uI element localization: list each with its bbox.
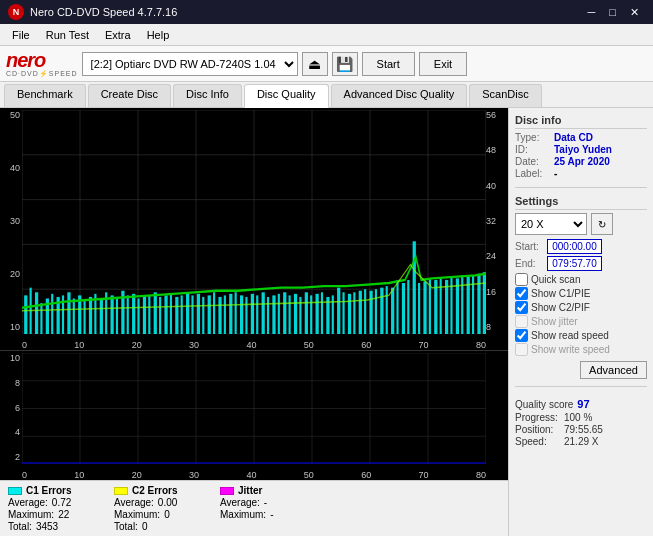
x2-70: 70: [419, 470, 429, 480]
c1-avg-value: 0.72: [52, 497, 71, 508]
start-button[interactable]: Start: [362, 52, 415, 76]
menu-help[interactable]: Help: [139, 27, 178, 43]
svg-rect-52: [218, 297, 221, 334]
stats-row: C1 Errors Average: 0.72 Maximum: 22 Tota…: [0, 480, 508, 536]
svg-rect-66: [294, 294, 297, 334]
speed-select[interactable]: Maximum1 X2 X4 X8 X16 X20 X24 X32 X40 X4…: [515, 213, 587, 235]
show-c2pif-row: Show C2/PIF: [515, 301, 647, 314]
tab-scan-disc[interactable]: ScanDisc: [469, 84, 541, 107]
svg-rect-51: [213, 292, 215, 334]
y2-label-2: 2: [0, 452, 22, 462]
jitter-legend-label: Jitter: [238, 485, 262, 496]
y1-label-20: 20: [0, 269, 22, 279]
tab-disc-quality[interactable]: Disc Quality: [244, 84, 329, 108]
quality-score-value: 97: [577, 398, 589, 410]
date-label: Date:: [515, 156, 550, 167]
maximize-button[interactable]: □: [603, 4, 622, 21]
y1r-label-48: 48: [486, 145, 508, 155]
svg-rect-58: [251, 294, 254, 334]
svg-rect-36: [132, 294, 135, 334]
toolbar: nero CD·DVD⚡SPEED [2:2] Optiarc DVD RW A…: [0, 46, 653, 82]
x2-50: 50: [304, 470, 314, 480]
position-label: Position:: [515, 424, 560, 435]
quick-scan-label: Quick scan: [531, 274, 580, 285]
c1-total-value: 3453: [36, 521, 58, 532]
quality-score-row: Quality score 97: [515, 398, 647, 410]
position-row: Position: 79:55.65: [515, 424, 647, 435]
svg-rect-45: [181, 295, 183, 334]
svg-rect-85: [396, 280, 398, 334]
quick-scan-checkbox[interactable]: [515, 273, 528, 286]
c1-chart: 50 40 30 20 10 56 48 40 32 24 16 8: [0, 108, 508, 350]
show-c2pif-checkbox[interactable]: [515, 301, 528, 314]
eject-button[interactable]: ⏏: [302, 52, 328, 76]
x1-40: 40: [246, 340, 256, 350]
advanced-button[interactable]: Advanced: [580, 361, 647, 379]
disc-info-title: Disc info: [515, 114, 647, 129]
type-label: Type:: [515, 132, 550, 143]
svg-rect-47: [191, 295, 193, 334]
show-write-speed-checkbox[interactable]: [515, 343, 528, 356]
svg-rect-61: [267, 297, 269, 334]
show-read-speed-checkbox[interactable]: [515, 329, 528, 342]
c2-max-label: Maximum:: [114, 509, 160, 520]
x1-80: 80: [476, 340, 486, 350]
close-button[interactable]: ✕: [624, 4, 645, 21]
c1-legend-label: C1 Errors: [26, 485, 72, 496]
show-jitter-checkbox[interactable]: [515, 315, 528, 328]
menu-extra[interactable]: Extra: [97, 27, 139, 43]
y1r-label-40: 40: [486, 181, 508, 191]
c2-legend-color: [114, 487, 128, 495]
jitter-legend-color: [220, 487, 234, 495]
y2-label-4: 4: [0, 427, 22, 437]
minimize-button[interactable]: ─: [582, 4, 602, 21]
x1-50: 50: [304, 340, 314, 350]
svg-rect-50: [208, 295, 211, 334]
c2-avg-label: Average:: [114, 497, 154, 508]
svg-rect-64: [283, 292, 286, 334]
c2-chart-svg: [22, 353, 486, 464]
x2-20: 20: [132, 470, 142, 480]
svg-rect-62: [272, 295, 275, 334]
jitter-avg-value: -: [264, 497, 267, 508]
tab-create-disc[interactable]: Create Disc: [88, 84, 171, 107]
svg-rect-97: [461, 275, 463, 334]
position-value: 79:55.65: [564, 424, 603, 435]
show-c1pie-checkbox[interactable]: [515, 287, 528, 300]
title-bar-controls: ─ □ ✕: [582, 4, 645, 21]
c2-avg-value: 0.00: [158, 497, 177, 508]
y2-label-10: 10: [0, 353, 22, 363]
y1r-label-56: 56: [486, 110, 508, 120]
title-bar-text: Nero CD-DVD Speed 4.7.7.16: [30, 6, 177, 18]
svg-rect-94: [445, 280, 448, 334]
nero-tagline: CD·DVD⚡SPEED: [6, 70, 78, 77]
svg-rect-21: [51, 294, 53, 334]
tab-advanced-disc-quality[interactable]: Advanced Disc Quality: [331, 84, 468, 107]
svg-rect-24: [67, 292, 70, 334]
start-label: Start:: [515, 241, 543, 252]
app-icon: N: [8, 4, 24, 20]
tab-benchmark[interactable]: Benchmark: [4, 84, 86, 107]
svg-rect-49: [202, 297, 204, 334]
svg-rect-30: [100, 298, 103, 334]
svg-rect-90: [423, 281, 426, 334]
menu-file[interactable]: File: [4, 27, 38, 43]
y1-label-40: 40: [0, 163, 22, 173]
exit-button[interactable]: Exit: [419, 52, 467, 76]
svg-rect-95: [450, 277, 452, 334]
c1-stats: C1 Errors Average: 0.72 Maximum: 22 Tota…: [8, 485, 98, 532]
svg-rect-100: [477, 274, 480, 334]
save-button[interactable]: 💾: [332, 52, 358, 76]
svg-rect-38: [143, 297, 146, 334]
c2-max-value: 0: [164, 509, 170, 520]
svg-rect-83: [386, 286, 388, 334]
show-c1pie-row: Show C1/PIE: [515, 287, 647, 300]
drive-select[interactable]: [2:2] Optiarc DVD RW AD-7240S 1.04: [82, 52, 298, 76]
progress-value: 100 %: [564, 412, 592, 423]
y1-label-10: 10: [0, 322, 22, 332]
refresh-button[interactable]: ↻: [591, 213, 613, 235]
menu-run-test[interactable]: Run Test: [38, 27, 97, 43]
svg-rect-78: [359, 291, 362, 334]
settings-title: Settings: [515, 195, 647, 210]
tab-disc-info[interactable]: Disc Info: [173, 84, 242, 107]
